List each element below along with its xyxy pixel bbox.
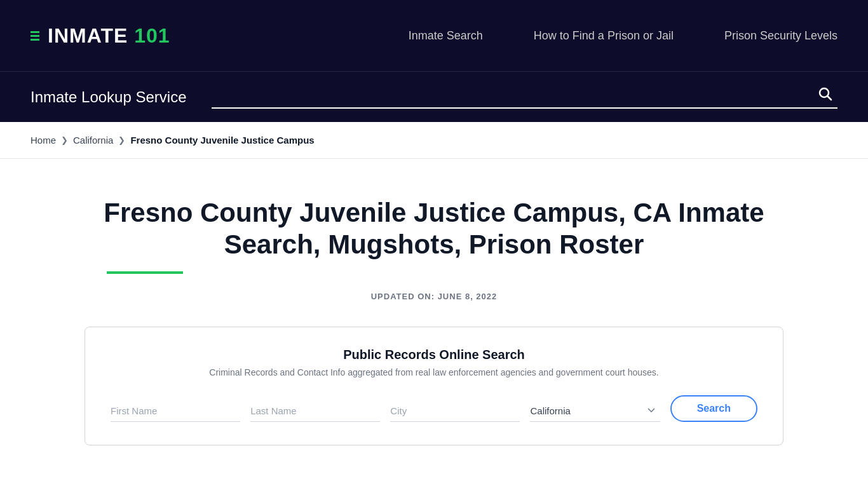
- search-icon: [817, 86, 832, 101]
- search-bar-button[interactable]: [812, 86, 837, 105]
- top-nav: ⁣INMATE 101 Inmate Search How to Find a …: [0, 0, 868, 71]
- breadcrumb-sep-1: ❯: [61, 135, 68, 145]
- breadcrumb-sep-2: ❯: [118, 135, 125, 145]
- svg-line-1: [828, 96, 832, 100]
- search-bar-input-wrap: [212, 86, 837, 109]
- records-search-box: Public Records Online Search Criminal Re…: [85, 327, 783, 445]
- search-bar: Inmate Lookup Service: [0, 71, 868, 122]
- city-field-group: [390, 400, 520, 422]
- state-field-group: AlabamaAlaskaArizonaArkansasCaliforniaCo…: [530, 400, 660, 422]
- breadcrumb-state[interactable]: California: [73, 135, 113, 146]
- breadcrumb-home[interactable]: Home: [31, 135, 56, 146]
- search-bar-label: Inmate Lookup Service: [31, 88, 186, 106]
- main-content: Fresno County Juvenile Justice Campus, C…: [0, 159, 868, 471]
- state-select[interactable]: AlabamaAlaskaArizonaArkansasCaliforniaCo…: [530, 400, 660, 422]
- breadcrumb: Home ❯ California ❯ Fresno County Juveni…: [0, 122, 868, 159]
- breadcrumb-current: Fresno County Juvenile Justice Campus: [130, 135, 314, 146]
- updated-label: UPDATED ON: JUNE 8, 2022: [31, 292, 837, 301]
- title-underline: [107, 271, 183, 274]
- last-name-input[interactable]: [250, 400, 380, 422]
- nav-inmate-search[interactable]: Inmate Search: [409, 29, 483, 42]
- city-input[interactable]: [390, 400, 520, 422]
- nav-links: Inmate Search How to Find a Prison or Ja…: [409, 29, 837, 43]
- nav-security-levels[interactable]: Prison Security Levels: [724, 29, 837, 42]
- search-button[interactable]: Search: [670, 395, 757, 422]
- page-title: Fresno County Juvenile Justice Campus, C…: [85, 197, 783, 261]
- records-search-title: Public Records Online Search: [111, 348, 757, 362]
- first-name-input[interactable]: [111, 400, 240, 422]
- records-search-fields: AlabamaAlaskaArizonaArkansasCaliforniaCo…: [111, 395, 757, 422]
- first-name-field-group: [111, 400, 240, 422]
- search-bar-input[interactable]: [212, 88, 812, 102]
- logo-text: ⁣INMATE 101: [47, 24, 170, 48]
- nav-find-prison[interactable]: How to Find a Prison or Jail: [534, 29, 674, 42]
- last-name-field-group: [250, 400, 380, 422]
- logo[interactable]: ⁣INMATE 101: [31, 24, 170, 48]
- logo-icon: [31, 31, 39, 41]
- records-search-subtitle: Criminal Records and Contact Info aggreg…: [111, 367, 757, 377]
